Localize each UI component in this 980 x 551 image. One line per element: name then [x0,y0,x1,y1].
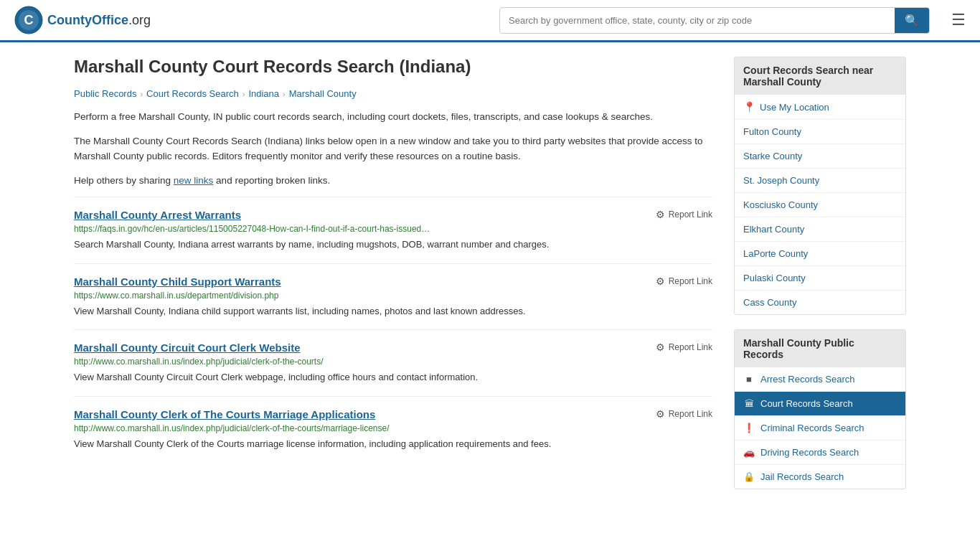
new-links-link[interactable]: new links [174,175,214,186]
breadcrumb-sep-2: › [242,90,245,98]
record-desc-2: View Marshall County Circuit Court Clerk… [74,370,712,385]
report-label-0: Report Link [669,209,712,220]
sidebar-icon-1: 🏛 [743,398,755,409]
hamburger-icon: ☰ [951,11,966,29]
record-title-3[interactable]: Marshall County Clerk of The Courts Marr… [74,408,375,420]
sidebar-icon-4: 🔒 [743,471,755,482]
report-link-0[interactable]: ⚙ Report Link [656,209,712,220]
logo-suffix-part: .org [128,13,151,27]
nearby-item-1[interactable]: Fulton County [735,120,905,144]
record-title-0[interactable]: Marshall County Arrest Warrants [74,209,241,221]
record-entry-2: Marshall County Circuit Court Clerk Webs… [74,329,712,396]
nearby-item-8[interactable]: Cass County [735,291,905,314]
location-pin-icon: 📍 [743,101,755,113]
report-link-2[interactable]: ⚙ Report Link [656,342,712,353]
logo[interactable]: C CountyOffice.org [14,6,151,34]
header: C CountyOffice.org 🔍 ☰ [0,0,980,42]
public-records-items-container: ■ Arrest Records Search 🏛 Court Records … [735,367,905,489]
public-records-item-0[interactable]: ■ Arrest Records Search [735,367,905,392]
nearby-link-4[interactable]: Kosciusko County [743,199,818,210]
public-records-link-4[interactable]: Jail Records Search [760,471,844,482]
nearby-link-1[interactable]: Fulton County [743,126,801,137]
nearby-link-7[interactable]: Pulaski County [743,273,806,283]
record-desc-3: View Marshall County Clerk of the Courts… [74,437,712,451]
record-header-0: Marshall County Arrest Warrants ⚙ Report… [74,209,712,221]
search-input[interactable] [500,9,895,32]
logo-text: CountyOffice.org [47,13,151,28]
logo-name-part: CountyOffice [47,13,128,27]
record-header-1: Marshall County Child Support Warrants ⚙… [74,276,712,288]
record-title-1[interactable]: Marshall County Child Support Warrants [74,276,281,288]
public-records-link-2[interactable]: Criminal Records Search [760,423,864,433]
nearby-item-2[interactable]: Starke County [735,144,905,169]
record-url-0[interactable]: https://faqs.in.gov/hc/en-us/articles/11… [74,224,712,234]
report-link-1[interactable]: ⚙ Report Link [656,276,712,287]
breadcrumb: Public Records › Court Records Search › … [74,88,712,99]
public-records-item-3[interactable]: 🚗 Driving Records Search [735,441,905,465]
report-label-2: Report Link [669,342,712,352]
nearby-item-5[interactable]: Elkhart County [735,217,905,242]
nearby-link-8[interactable]: Cass County [743,297,796,308]
public-records-item-2[interactable]: ❗ Criminal Records Search [735,416,905,441]
record-desc-0: Search Marshall County, Indiana arrest w… [74,237,712,252]
description-para2: The Marshall County Court Records Search… [74,133,712,164]
public-records-link-1[interactable]: Court Records Search [760,398,853,409]
logo-icon: C [14,6,43,34]
description-para1: Perform a free Marshall County, IN publi… [74,109,712,125]
record-header-2: Marshall County Circuit Court Clerk Webs… [74,342,712,354]
nearby-link-3[interactable]: St. Joseph County [743,175,819,186]
nearby-item-3[interactable]: St. Joseph County [735,169,905,193]
nearby-item-6[interactable]: LaPorte County [735,242,905,266]
nearby-link-2[interactable]: Starke County [743,151,802,161]
record-title-2[interactable]: Marshall County Circuit Court Clerk Webs… [74,342,301,354]
public-records-link-3[interactable]: Driving Records Search [760,447,859,458]
nearby-item-0[interactable]: 📍Use My Location [735,95,905,120]
nearby-items-container: 📍Use My LocationFulton CountyStarke Coun… [735,95,905,314]
description-para3: Help others by sharing new links and rep… [74,173,712,189]
record-url-1[interactable]: https://www.co.marshall.in.us/department… [74,291,712,301]
record-entry-1: Marshall County Child Support Warrants ⚙… [74,263,712,330]
content-area: Marshall County Court Records Search (In… [74,57,712,504]
breadcrumb-item-marshall[interactable]: Marshall County [289,88,357,99]
sidebar-icon-0: ■ [743,374,755,385]
breadcrumb-item-court-records[interactable]: Court Records Search [146,88,239,99]
report-icon-2: ⚙ [656,342,665,353]
nearby-item-7[interactable]: Pulaski County [735,266,905,291]
breadcrumb-item-indiana[interactable]: Indiana [248,88,279,99]
record-entry-3: Marshall County Clerk of The Courts Marr… [74,396,712,463]
sidebar-icon-3: 🚗 [743,447,755,458]
public-records-section-title: Marshall County Public Records [735,330,905,367]
public-records-item-1[interactable]: 🏛 Court Records Search [735,392,905,416]
menu-button[interactable]: ☰ [951,11,966,29]
public-records-link-0[interactable]: Arrest Records Search [760,374,855,385]
desc-para3-suffix: and reporting broken links. [213,175,330,186]
svg-text:C: C [24,13,34,27]
public-records-item-4[interactable]: 🔒 Jail Records Search [735,465,905,489]
nearby-link-5[interactable]: Elkhart County [743,224,804,235]
desc-para3-prefix: Help others by sharing [74,175,174,186]
nearby-link-6[interactable]: LaPorte County [743,248,808,259]
breadcrumb-sep-3: › [283,90,286,98]
breadcrumb-item-public-records[interactable]: Public Records [74,88,136,99]
nearby-item-4[interactable]: Kosciusko County [735,193,905,217]
main-container: Marshall County Court Records Search (In… [60,42,920,518]
public-records-section: Marshall County Public Records ■ Arrest … [734,329,906,489]
report-icon-1: ⚙ [656,276,665,287]
search-icon: 🔍 [905,14,919,27]
search-button[interactable]: 🔍 [895,8,929,33]
report-label-1: Report Link [669,276,712,286]
sidebar: Court Records Search near Marshall Count… [734,57,906,504]
report-icon-3: ⚙ [656,408,665,420]
nearby-section-title: Court Records Search near Marshall Count… [735,57,905,95]
breadcrumb-sep-1: › [140,90,143,98]
report-link-3[interactable]: ⚙ Report Link [656,408,712,420]
record-header-3: Marshall County Clerk of The Courts Marr… [74,408,712,420]
record-desc-1: View Marshall County, Indiana child supp… [74,304,712,319]
record-url-3[interactable]: http://www.co.marshall.in.us/index.php/j… [74,423,712,433]
report-icon-0: ⚙ [656,209,665,220]
nearby-link-0[interactable]: Use My Location [760,102,829,113]
page-title: Marshall County Court Records Search (In… [74,57,712,77]
nearby-section: Court Records Search near Marshall Count… [734,57,906,315]
record-url-2[interactable]: http://www.co.marshall.in.us/index.php/j… [74,357,712,367]
report-label-3: Report Link [669,409,712,419]
